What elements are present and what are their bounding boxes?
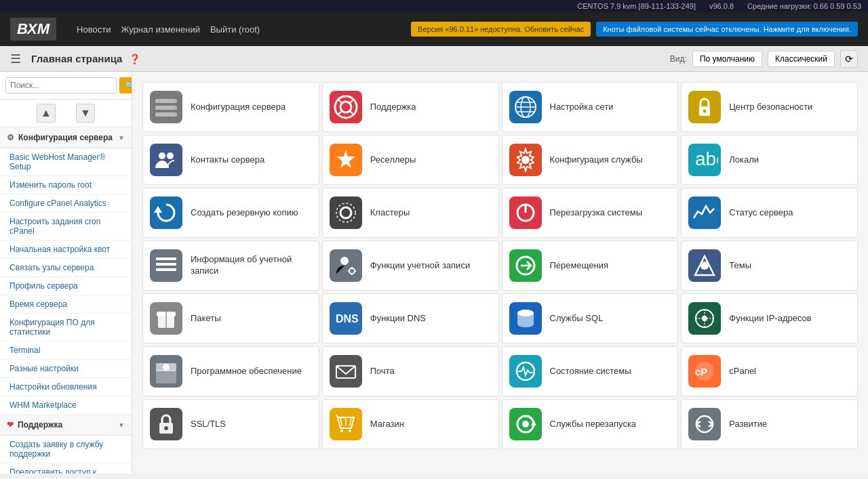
grid-icon-dev — [688, 408, 721, 440]
sidebar-item-cpanel-analytics[interactable]: Configure cPanel Analytics — [0, 194, 132, 213]
scroll-up-btn[interactable]: ▲ — [37, 104, 56, 123]
grid-icon-server-config — [150, 91, 182, 123]
grid-item-dev[interactable]: Развитие — [681, 399, 858, 449]
sidebar-item-server-time[interactable]: Время сервера — [0, 295, 132, 314]
grid-item-label-account-info: Информация об учетной записи — [191, 254, 312, 277]
alert-update[interactable]: Версия «96.0.11» недоступна. Обновить се… — [411, 22, 591, 37]
grid-item-label-clusters: Кластеры — [370, 207, 410, 219]
sidebar-section-support[interactable]: ❤ Поддержка ▼ — [0, 415, 132, 436]
grid-icon-security — [688, 91, 721, 123]
grid-item-server-status[interactable]: Статус сервера — [681, 188, 858, 238]
logo: ВХМ — [10, 18, 56, 41]
svg-point-25 — [340, 207, 351, 218]
svg-rect-2 — [155, 112, 177, 117]
sidebar-item-link-nodes[interactable]: Связать узлы сервера — [0, 259, 132, 277]
svg-point-5 — [174, 113, 177, 116]
grid-item-cpanel[interactable]: cP cPanel — [681, 346, 858, 396]
grid-item-reboot[interactable]: Перезагрузка системы — [502, 188, 679, 238]
sidebar-item-stats-software[interactable]: Конфигурация ПО для статистики — [0, 314, 132, 341]
grid-item-locale[interactable]: abc Локали — [681, 135, 858, 185]
refresh-btn[interactable]: ⟳ — [840, 50, 858, 68]
grid-item-label-network: Настройка сети — [550, 102, 614, 113]
grid-item-label-shop: Магазин — [370, 419, 404, 430]
svg-point-63 — [522, 421, 529, 428]
grid-item-account-info[interactable]: Информация об учетной записи — [142, 241, 319, 291]
grid-item-packages[interactable]: Пакеты — [142, 293, 319, 343]
svg-point-61 — [349, 430, 351, 432]
svg-rect-1 — [155, 106, 177, 110]
header-nav: Новости Журнал изменений Выйти (root) — [77, 24, 260, 35]
grid-item-shop[interactable]: Магазин — [322, 399, 499, 449]
view-classic-btn[interactable]: Классический — [768, 51, 835, 67]
grid-item-label-software: Программное обеспечение — [191, 366, 302, 377]
grid-item-label-themes: Темы — [729, 260, 751, 272]
grid-item-label-sql: Службы SQL — [550, 313, 604, 325]
sidebar-item-terminal[interactable]: Terminal — [0, 341, 132, 360]
sidebar: 🔍 ▲ ▼ ⚙ Конфигурация сервера ▼ Basic Web… — [0, 72, 132, 474]
sidebar-item-marketplace[interactable]: WHM Marketplace — [0, 396, 132, 415]
grid-item-dns[interactable]: DNS Функции DNS — [322, 293, 499, 343]
grid-item-themes[interactable]: Темы — [681, 241, 858, 291]
grid-item-ip-funcs[interactable]: Функции IP-адресов — [681, 293, 858, 343]
svg-line-11 — [350, 111, 354, 115]
nav-logout[interactable]: Выйти (root) — [210, 24, 260, 35]
grid-icon-account-info — [150, 249, 182, 282]
server-info: CENTOS 7.9 kvm [89-111-133-249] — [577, 2, 696, 10]
sidebar-section-support-label: Поддержка — [18, 420, 62, 430]
scroll-down-btn[interactable]: ▼ — [76, 104, 95, 123]
svg-point-40 — [701, 262, 709, 270]
sidebar-item-basic-setup[interactable]: Basic WebHost Manager® Setup — [0, 148, 132, 176]
grid-item-label-reboot: Перезагрузка системы — [550, 207, 643, 219]
svg-point-26 — [336, 203, 355, 222]
sidebar-item-quota-setup[interactable]: Начальная настройка квот — [0, 241, 132, 259]
grid-item-ssl-tls[interactable]: SSL/TLS — [142, 399, 319, 449]
sidebar-item-misc-settings[interactable]: Разные настройки — [0, 360, 132, 378]
search-input[interactable] — [5, 77, 117, 93]
svg-point-4 — [174, 106, 177, 109]
menu-icon[interactable]: ☰ — [10, 51, 21, 66]
header: ВХМ Новости Журнал изменений Выйти (root… — [0, 12, 868, 46]
sidebar-item-change-root-pw[interactable]: Изменить пароль root — [0, 176, 132, 194]
svg-line-10 — [338, 111, 342, 115]
sidebar-section-server-config[interactable]: ⚙ Конфигурация сервера ▼ — [0, 127, 132, 148]
svg-point-52 — [163, 364, 170, 371]
svg-point-32 — [340, 257, 349, 265]
svg-point-18 — [703, 110, 707, 113]
grid-item-service-config[interactable]: Конфигурация службы — [502, 135, 679, 185]
grid-item-system-health[interactable]: Состояние системы — [502, 346, 679, 396]
grid-item-clusters[interactable]: Кластеры — [322, 188, 499, 238]
grid-icon-dns: DNS — [330, 302, 362, 335]
nav-changelog[interactable]: Журнал изменений — [121, 24, 200, 35]
sidebar-section-server-config-items: Basic WebHost Manager® Setup Изменить па… — [0, 148, 132, 415]
header-alerts: Версия «96.0.11» недоступна. Обновить се… — [411, 22, 858, 37]
view-label: Вид: — [670, 54, 687, 64]
sidebar-item-grant-support-access[interactable]: Предоставить доступ к поддержке cPanel — [0, 463, 132, 474]
grid-icon-server-status — [688, 196, 721, 229]
view-default-btn[interactable]: По умолчанию — [692, 51, 762, 67]
nav-news[interactable]: Новости — [77, 24, 111, 35]
grid-item-backup[interactable]: Создать резервную копию — [142, 188, 319, 238]
grid-item-account-funcs[interactable]: Функции учетной записи — [322, 241, 499, 291]
grid-item-restart-services[interactable]: Службы перезапуска — [502, 399, 679, 449]
grid-item-security[interactable]: Центр безопасности — [681, 82, 858, 132]
sidebar-item-cron[interactable]: Настроить задания cron cPanel — [0, 213, 132, 241]
grid-icon-transfers — [509, 249, 542, 282]
alert-quota[interactable]: Кноты файловой системы сейчас отключены.… — [596, 22, 858, 37]
sidebar-item-create-ticket[interactable]: Создать заявку в службу поддержки — [0, 436, 132, 463]
svg-text:abc: abc — [695, 148, 718, 169]
sidebar-item-update-settings[interactable]: Настройки обновления — [0, 378, 132, 396]
grid-item-server-config[interactable]: Конфигурация сервера — [142, 82, 319, 132]
grid-item-network[interactable]: Настройка сети — [502, 82, 679, 132]
sidebar-item-server-profile[interactable]: Профиль сервера — [0, 277, 132, 295]
grid-item-label-transfers: Перемещения — [550, 260, 608, 272]
grid-item-software[interactable]: Программное обеспечение — [142, 346, 319, 396]
grid-item-support[interactable]: Поддержка — [322, 82, 499, 132]
grid-item-sql[interactable]: Службы SQL — [502, 293, 679, 343]
grid-item-resellers[interactable]: Реселлеры — [322, 135, 499, 185]
grid-item-transfers[interactable]: Перемещения — [502, 241, 679, 291]
search-button[interactable]: 🔍 — [119, 77, 132, 93]
grid-item-label-packages: Пакеты — [191, 313, 221, 325]
help-icon[interactable]: ❓ — [129, 54, 140, 64]
grid-item-server-contacts[interactable]: Контакты сервера — [142, 135, 319, 185]
grid-item-mail[interactable]: Почта — [322, 346, 499, 396]
